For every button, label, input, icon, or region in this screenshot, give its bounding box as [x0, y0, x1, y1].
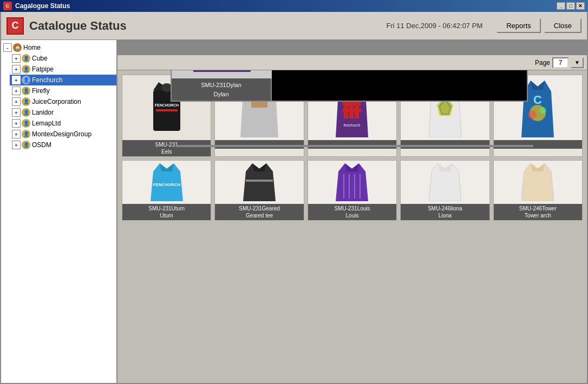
svg-point-28 [528, 110, 537, 119]
expander-fatpipe[interactable]: + [12, 65, 21, 74]
svg-marker-37 [345, 163, 359, 171]
sidebar-item-lanidor[interactable]: + 👤 Lanidor [10, 107, 116, 118]
close-button[interactable]: Close [544, 18, 582, 33]
app-title: Catalogue Status [29, 19, 127, 33]
svg-rect-17 [343, 109, 361, 112]
svg-text:FENCHURCH: FENCHURCH [155, 103, 179, 107]
content-area: - 🏠 Home + 👤 Cube + 👤 Fatpipe + 👤 [1, 40, 587, 383]
item-image-liona [401, 161, 489, 204]
sidebar-item-lemapltd[interactable]: + 👤 LemapLtd [10, 118, 116, 129]
sidebar-item-juicecorporation[interactable]: + 👤 JuiceCorporation [10, 96, 116, 107]
expander-fenchurch[interactable]: + [12, 76, 21, 84]
page-dropdown[interactable]: ▼ [571, 57, 584, 68]
header-date: Fri 11 Dec,2009 - 06:42:07 PM [386, 22, 482, 30]
fenchurch-icon: 👤 [22, 76, 30, 84]
sidebar-item-montex[interactable]: + 👤 MontexDesignGroup [10, 129, 116, 140]
toolbar-strip [117, 40, 587, 55]
page-nav: Page ▼ [117, 55, 587, 70]
lanidor-icon: 👤 [22, 108, 30, 117]
item-image-geared [215, 161, 303, 204]
cube-icon: 👤 [22, 54, 30, 63]
svg-marker-43 [438, 163, 452, 171]
sidebar-item-firefly[interactable]: + 👤 Firefly [10, 85, 116, 96]
reports-button[interactable]: Reports [496, 18, 541, 33]
popup-image-panel: fenchurch SMU-231Dylan Dylan [172, 70, 272, 101]
sidebar-label-montex: MontexDesignGroup [32, 130, 92, 138]
svg-marker-46 [193, 70, 251, 72]
expander-juice[interactable]: + [12, 97, 21, 106]
item-label-uturn: SMU-231Uturn Uturn [122, 204, 211, 220]
expander-cube[interactable]: + [12, 54, 21, 63]
svg-marker-25 [531, 81, 545, 90]
svg-marker-34 [252, 163, 266, 171]
catalog-scroll[interactable]: FENCHURCH SMU-231 Eels [117, 70, 587, 383]
sidebar-item-fenchurch[interactable]: + 👤 Fenchurch [10, 75, 116, 85]
popup-info-panel: Activity --Sch.St Date--Act.St Date -- D… [272, 70, 527, 101]
sidebar-label-fenchurch: Fenchurch [32, 76, 63, 84]
popup-detail: fenchurch SMU-231Dylan Dylan Activity [171, 70, 528, 102]
page-input[interactable] [552, 57, 569, 68]
sidebar-label-home: Home [23, 44, 41, 51]
catalog-item-geared[interactable]: SMU-231Geared Geared tee [214, 160, 304, 221]
logo-letter: C [12, 20, 19, 31]
header: C Catalogue Status Fri 11 Dec,2009 - 06:… [1, 12, 587, 40]
title-bar-controls: _ □ ✕ [557, 2, 585, 10]
svg-text:C: C [533, 93, 542, 107]
svg-text:fenchurch: fenchurch [344, 123, 361, 127]
sidebar-label-fatpipe: Fatpipe [32, 65, 54, 73]
expander-lemap[interactable]: + [12, 119, 21, 128]
expander-montex[interactable]: + [12, 130, 21, 138]
expander-osdm[interactable]: + [12, 141, 21, 149]
svg-rect-3 [156, 109, 178, 111]
sidebar-children: + 👤 Cube + 👤 Fatpipe + 👤 Fenchurch + 👤 [1, 53, 116, 150]
title-bar: C Cagalogue Status _ □ ✕ [0, 0, 588, 12]
popup-item-label: SMU-231Dylan Dylan [172, 78, 271, 101]
montex-icon: 👤 [22, 130, 30, 138]
svg-rect-16 [343, 102, 361, 105]
sidebar-label-osdm: OSDM [32, 141, 51, 149]
main-panel: Page ▼ [117, 40, 587, 383]
fatpipe-icon: 👤 [22, 65, 30, 74]
catalog-item-uturn[interactable]: FENCHURCH SMU-231Uturn Uturn [122, 160, 211, 221]
popup-activity-list: PhotoSampleSubmission**********22/09/200… [272, 70, 527, 101]
svg-rect-35 [246, 180, 273, 182]
item-label-liona: SMU-246liona Liona [401, 204, 489, 220]
sidebar-item-cube[interactable]: + 👤 Cube [10, 53, 116, 64]
svg-marker-31 [160, 163, 174, 171]
juice-icon: 👤 [22, 97, 30, 106]
sidebar-label-cube: Cube [32, 55, 48, 62]
item-image-louis [308, 161, 396, 204]
catalog-item-liona[interactable]: SMU-246liona Liona [400, 160, 489, 221]
lemap-icon: 👤 [22, 119, 30, 128]
item-label-polo [215, 140, 303, 149]
item-label-louis: SMU-231Louis Louis [308, 204, 396, 220]
catalog-item-tower[interactable]: SMU-246Tower Tower arch [493, 160, 583, 221]
minimize-button[interactable]: _ [557, 2, 565, 10]
item-image-uturn: FENCHURCH [122, 161, 211, 204]
sidebar-label-firefly: Firefly [32, 87, 50, 95]
item-label-tower: SMU-246Tower Tower arch [494, 204, 582, 220]
sidebar-item-fatpipe[interactable]: + 👤 Fatpipe [10, 64, 116, 75]
svg-marker-45 [531, 163, 545, 171]
item-label-geared: SMU-231Geared Geared tee [215, 204, 303, 220]
sidebar-item-home[interactable]: - 🏠 Home [1, 42, 116, 53]
item-label-eels: SMU-231 Eels [122, 140, 211, 156]
item-label-geometric [401, 140, 489, 149]
close-window-button[interactable]: ✕ [576, 2, 585, 10]
expander-lanidor[interactable]: + [12, 108, 21, 117]
popup-image-container: fenchurch [172, 70, 272, 78]
app-icon: C [3, 2, 12, 10]
firefly-icon: 👤 [22, 87, 30, 95]
catalog-item-louis[interactable]: SMU-231Louis Louis [308, 160, 397, 221]
osdm-icon: 👤 [22, 141, 30, 149]
item-label-blue [494, 140, 582, 149]
expander-home[interactable]: - [3, 43, 12, 52]
sidebar: - 🏠 Home + 👤 Cube + 👤 Fatpipe + 👤 [1, 40, 117, 383]
svg-text:FENCHURCH: FENCHURCH [153, 182, 180, 187]
item-image-tower [494, 161, 582, 204]
expander-firefly[interactable]: + [12, 87, 21, 95]
home-icon: 🏠 [13, 43, 22, 52]
maximize-button[interactable]: □ [566, 2, 575, 10]
sidebar-label-juice: JuiceCorporation [32, 98, 81, 105]
sidebar-item-osdm[interactable]: + 👤 OSDM [10, 140, 116, 150]
